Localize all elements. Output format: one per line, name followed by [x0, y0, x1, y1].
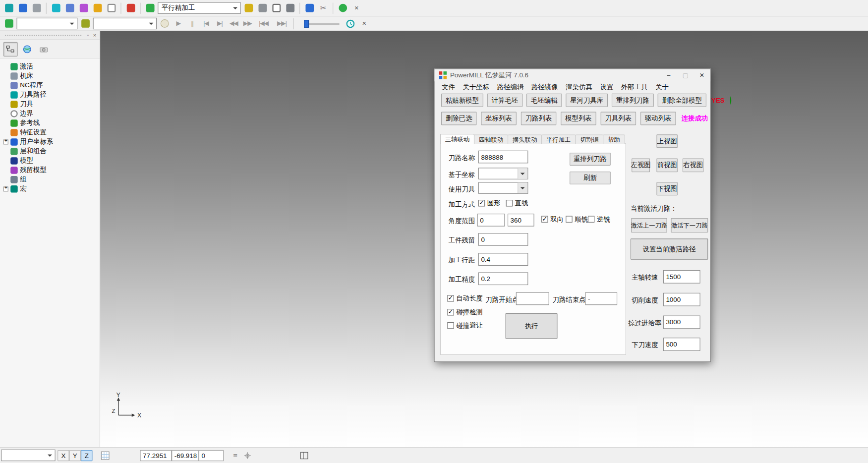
grid-toggle-icon[interactable] [99, 449, 112, 462]
menu-about[interactable]: 关于 [651, 81, 672, 93]
pause-icon[interactable]: || [186, 17, 198, 30]
coord-select[interactable] [478, 168, 528, 179]
axis-y-button[interactable]: Y [69, 450, 81, 461]
strategy-dropdown[interactable]: 平行精加工 [158, 2, 241, 13]
collision-avoid-checkbox[interactable]: 碰撞避让 [447, 322, 482, 330]
close-icon[interactable]: ✕ [694, 69, 710, 82]
statistics-icon[interactable] [303, 2, 316, 14]
toolpath-name-input[interactable]: 888888 [478, 151, 528, 164]
refresh-button[interactable]: 刷新 [570, 172, 611, 184]
panel-toggle-icon[interactable] [298, 449, 310, 462]
levels-icon[interactable] [3, 17, 15, 30]
menu-file[interactable]: 文件 [438, 81, 459, 93]
tree-item-workplanes[interactable]: 用户坐标系 [3, 137, 100, 147]
main-toolbar-close-icon[interactable]: × [350, 2, 363, 14]
fast-forward-icon[interactable]: ▶▶ [241, 17, 254, 30]
expand-icon[interactable] [3, 139, 8, 144]
tree-item-macros[interactable]: 宏 [3, 184, 100, 194]
sim-toolbar-close-icon[interactable]: × [358, 17, 371, 30]
tree-item-feature-sets[interactable]: 特征设置 [3, 128, 100, 137]
dialog-titlebar[interactable]: PowerMILL 忆梦星河 7.0.6 – ▢ ✕ [435, 69, 710, 82]
tool-create-icon[interactable] [242, 2, 255, 14]
cursor-x-input[interactable]: 77.2951 [140, 450, 172, 461]
workplane-icon[interactable] [256, 2, 269, 14]
globe-view-icon[interactable] [20, 42, 34, 56]
tab-help[interactable]: 帮助 [603, 134, 625, 144]
compute-stock-button[interactable]: 计算毛坯 [487, 94, 522, 107]
view-bottom-button[interactable]: 下视图 [656, 182, 677, 195]
method-line-checkbox[interactable]: 直线 [506, 199, 528, 207]
execute-button[interactable]: 执行 [506, 313, 558, 339]
panel-drag-grip[interactable] [5, 35, 81, 36]
curve-editor-icon[interactable] [77, 2, 90, 14]
play-icon[interactable]: ▶ [172, 17, 184, 30]
next-toolpath-button[interactable]: 激活下一刀路 [671, 218, 708, 232]
tree-item-tools[interactable]: 刀具 [3, 100, 100, 109]
cursor-y-input[interactable]: -69.918 [172, 450, 199, 461]
tab-swivel-head[interactable]: 摆头联动 [508, 134, 542, 144]
menu-render-sim[interactable]: 渲染仿真 [562, 81, 596, 93]
prev-toolpath-button[interactable]: 激活上一刀路 [631, 218, 667, 232]
toolpath-list-button[interactable]: 刀路列表 [521, 112, 556, 125]
menu-path-mirror[interactable]: 路径镜像 [527, 81, 562, 93]
minimize-icon[interactable]: – [660, 69, 677, 82]
strategy-book-icon[interactable] [144, 2, 156, 14]
tool-library-button[interactable]: 星河刀具库 [566, 94, 608, 107]
view-top-button[interactable]: 上视图 [656, 134, 677, 148]
method-circle-checkbox[interactable]: 圆形 [478, 199, 501, 207]
model-list-button[interactable]: 模型列表 [561, 112, 596, 125]
cutting-feed-input[interactable]: 1000 [663, 293, 700, 306]
angle-to-input[interactable]: 360 [508, 214, 534, 227]
panel-close-icon[interactable]: × [91, 32, 98, 38]
sim-tool-dropdown[interactable] [93, 18, 157, 29]
tree-item-models[interactable]: 模型 [3, 156, 100, 166]
binoculars-icon[interactable] [337, 2, 349, 14]
axis-z-button[interactable]: Z [81, 450, 92, 461]
tab-3axis[interactable]: 三轴联动 [440, 134, 474, 144]
rearrange-button[interactable]: 重排列刀路 [570, 153, 611, 166]
delete-all-models-button[interactable]: 删除全部模型 [658, 94, 706, 107]
delete-selected-button[interactable]: 删除已选 [441, 112, 476, 125]
menu-path-edit[interactable]: 路径编辑 [493, 81, 527, 93]
transform-icon[interactable] [91, 2, 104, 14]
tool-list-button[interactable]: 刀具列表 [601, 112, 636, 125]
bidirectional-checkbox[interactable]: 双向 [541, 215, 564, 223]
tree-item-boundaries[interactable]: 边界 [3, 109, 100, 118]
explorer-tree-view-icon[interactable] [3, 42, 18, 56]
sim-toolpath-dropdown[interactable] [17, 18, 78, 29]
stock-allowance-input[interactable]: 0 [478, 233, 528, 246]
menu-settings[interactable]: 设置 [596, 81, 617, 93]
tree-item-activate[interactable]: 激活 [3, 62, 100, 71]
panel-float-icon[interactable]: ▫ [85, 32, 91, 38]
model-import-icon[interactable] [3, 2, 15, 14]
tolerance-input[interactable]: 0.2 [478, 272, 528, 285]
block-icon[interactable] [50, 2, 62, 14]
maximize-icon[interactable]: ▢ [677, 69, 694, 82]
view-right-button[interactable]: 右视图 [683, 158, 703, 172]
menu-external-tools[interactable]: 外部工具 [617, 81, 651, 93]
end-point-input[interactable]: - [585, 292, 617, 305]
scissors-icon[interactable]: ✂ [317, 2, 330, 14]
conventional-checkbox[interactable]: 逆铣 [588, 215, 610, 223]
set-active-path-button[interactable]: 设置当前激活路径 [631, 238, 708, 259]
feeds-speeds-icon[interactable] [284, 2, 296, 14]
tree-item-nc-program[interactable]: NC程序 [3, 81, 100, 90]
ruler-icon[interactable] [79, 17, 92, 30]
tree-item-machine[interactable]: 机床 [3, 71, 100, 81]
cursor-z-input[interactable]: 0 [199, 450, 224, 461]
tab-4axis[interactable]: 四轴联动 [474, 134, 508, 144]
skim-feed-input[interactable]: 3000 [663, 316, 700, 329]
expand-icon[interactable] [3, 186, 8, 191]
view-front-button[interactable]: 前视图 [656, 158, 677, 172]
stock-edit-button[interactable]: 毛坯编辑 [526, 94, 562, 107]
draft-icon[interactable] [63, 2, 76, 14]
view-left-button[interactable]: 左视图 [632, 158, 650, 172]
tab-saw[interactable]: 切割锯 [575, 134, 603, 144]
step-back-icon[interactable]: |◀ [200, 17, 212, 30]
auto-length-checkbox[interactable]: 自动长度 [447, 294, 482, 302]
save-icon[interactable] [17, 2, 29, 14]
rewind-icon[interactable]: ◀◀ [228, 17, 240, 30]
paste-new-model-button[interactable]: 粘贴新模型 [441, 94, 483, 107]
rearrange-toolpaths-button[interactable]: 重排列刀路 [612, 94, 654, 107]
snap-target-icon[interactable] [241, 449, 254, 462]
